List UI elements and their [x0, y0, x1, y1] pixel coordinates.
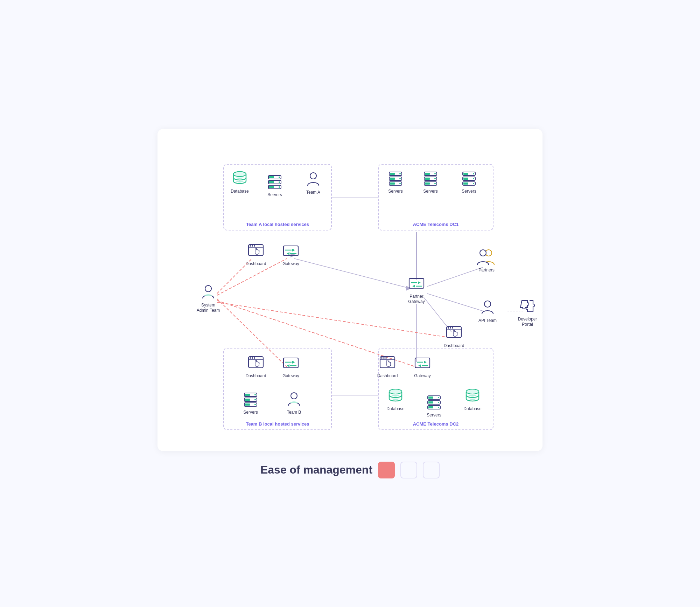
svg-rect-32 [390, 178, 395, 180]
acmeDC2-servers-label: Servers [427, 413, 441, 418]
teamA-database-label: Database [231, 189, 248, 194]
acmeDC1-servers2-label: Servers [423, 189, 438, 194]
servers2-icon [386, 169, 405, 187]
dashboard-bottom2-icon [378, 354, 397, 372]
acmeDC2-database1-icon [386, 387, 405, 405]
svg-marker-62 [292, 249, 295, 251]
system-admin-node: System Admin Team [192, 283, 224, 313]
dashboard-top-node: Dashboard [240, 242, 272, 267]
database-icon [231, 169, 249, 187]
svg-point-105 [254, 394, 256, 395]
api-team-label: API Team [478, 318, 497, 324]
svg-rect-84 [284, 358, 298, 368]
acmeDC2-database1-node: Database [382, 387, 410, 412]
partner-gateway-label: Partner Gateway [408, 294, 425, 305]
partners-label: Partners [478, 268, 494, 273]
acmeDC2-database2-node: Database [458, 387, 486, 412]
svg-marker-98 [418, 364, 421, 367]
svg-rect-50 [463, 178, 468, 180]
svg-point-83 [254, 357, 255, 359]
dashboard-top-label: Dashboard [246, 261, 266, 267]
svg-rect-114 [428, 401, 433, 403]
acmeDC2-servers-icon [425, 393, 443, 411]
main-container: Team A local hosted services ACME Teleco… [158, 129, 542, 451]
svg-rect-42 [425, 182, 430, 185]
system-admin-icon [199, 283, 217, 301]
team-b-title: Team B local hosted services [224, 421, 331, 427]
gateway-bottom2-label: Gateway [414, 373, 430, 379]
footer: Ease of management [260, 462, 440, 478]
svg-point-26 [279, 186, 280, 188]
svg-point-36 [399, 183, 401, 184]
developer-portal-icon [518, 297, 537, 315]
svg-marker-64 [287, 252, 289, 255]
svg-point-53 [473, 178, 474, 179]
partners-icon [472, 248, 500, 266]
svg-point-34 [399, 173, 401, 174]
svg-point-17 [233, 172, 246, 177]
gateway-bottom1-node: Gateway [275, 354, 307, 379]
svg-marker-68 [418, 281, 421, 284]
teamA-database-node: Database [226, 169, 254, 194]
acme-dc1-title: ACME Telecoms DC1 [379, 222, 493, 227]
svg-rect-102 [245, 394, 250, 396]
svg-point-93 [385, 357, 387, 359]
teamB-person-node: Team B [280, 390, 308, 415]
svg-rect-33 [390, 182, 395, 185]
svg-point-117 [438, 402, 439, 403]
teamB-servers-node: Servers [237, 390, 265, 415]
svg-rect-31 [390, 173, 395, 175]
teamB-servers-label: Servers [243, 410, 258, 415]
svg-point-92 [383, 357, 385, 359]
svg-point-44 [434, 178, 436, 179]
acmeDC1-servers1-node: Servers [382, 169, 410, 194]
teamA-servers-node: Servers [261, 173, 289, 198]
servers3-icon [421, 169, 440, 187]
footer-box-3 [423, 462, 440, 478]
svg-point-57 [250, 245, 251, 247]
svg-point-24 [279, 177, 280, 178]
svg-line-13 [217, 302, 448, 337]
footer-title: Ease of management [260, 463, 372, 476]
api-team-icon [478, 298, 497, 317]
acmeDC2-database2-icon [463, 387, 482, 405]
svg-point-106 [254, 399, 256, 400]
svg-rect-66 [409, 278, 424, 288]
dashboard-right-node: Dashboard [438, 324, 470, 349]
acmeDC1-servers3-label: Servers [462, 189, 476, 194]
teamB-servers-icon [241, 390, 260, 408]
svg-point-116 [438, 397, 439, 398]
teamB-person-label: Team B [287, 410, 301, 415]
svg-point-119 [466, 389, 479, 394]
svg-rect-60 [284, 246, 298, 256]
gateway-top-icon [282, 242, 300, 260]
partners-node: Partners [469, 248, 504, 273]
svg-point-25 [279, 181, 280, 183]
svg-point-52 [473, 173, 474, 174]
developer-portal-node: Developer Portal [512, 297, 543, 327]
footer-box-1 [378, 462, 395, 478]
teamA-servers-label: Servers [267, 192, 282, 198]
svg-rect-40 [425, 173, 430, 175]
svg-point-108 [291, 393, 297, 399]
dashboard-bottom2-node: Dashboard [372, 354, 403, 379]
dashboard-bottom1-label: Dashboard [246, 373, 266, 379]
svg-point-91 [381, 357, 383, 359]
svg-point-109 [389, 389, 402, 394]
svg-rect-115 [428, 406, 433, 408]
svg-line-7 [294, 258, 410, 288]
svg-point-77 [450, 327, 451, 329]
diagram-area: Team A local hosted services ACME Teleco… [172, 143, 528, 437]
dashboard-bottom1-node: Dashboard [240, 354, 272, 379]
svg-rect-49 [463, 173, 468, 175]
svg-rect-51 [463, 182, 468, 185]
svg-marker-70 [412, 285, 415, 288]
partner-gateway-icon [407, 274, 426, 292]
acmeDC2-database1-label: Database [386, 406, 404, 412]
svg-point-59 [254, 245, 255, 247]
acmeDC1-servers2-node: Servers [416, 169, 444, 194]
acmeDC2-servers-node: Servers [420, 393, 448, 418]
svg-point-78 [452, 327, 453, 329]
svg-point-43 [434, 173, 436, 174]
svg-point-76 [448, 327, 449, 329]
